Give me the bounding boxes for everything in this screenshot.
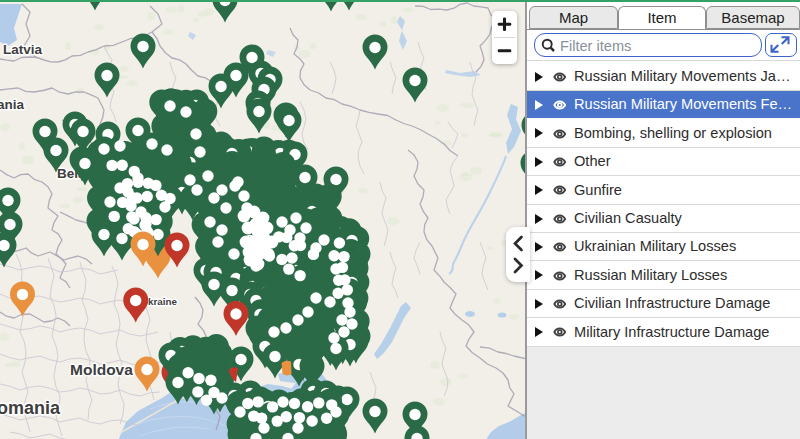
- svg-text:Moldova: Moldova: [70, 361, 133, 378]
- svg-text:Romania: Romania: [0, 398, 61, 418]
- svg-text:Latvia: Latvia: [3, 42, 43, 57]
- svg-text:Lithuania: Lithuania: [0, 97, 24, 112]
